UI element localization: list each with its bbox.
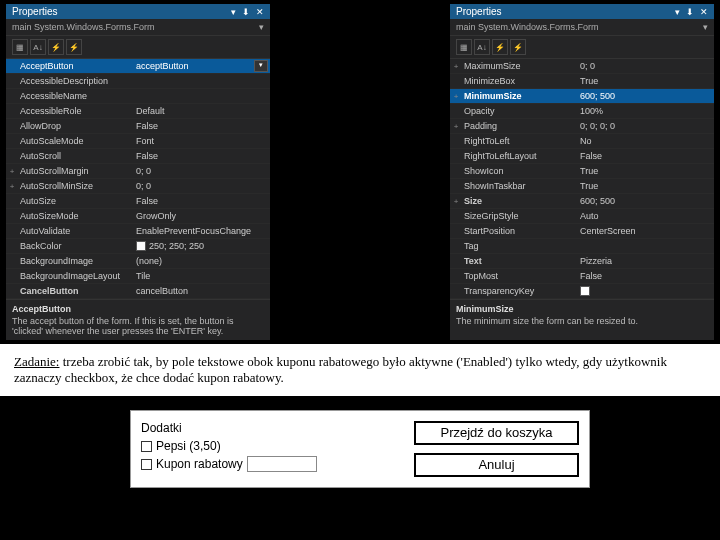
property-row[interactable]: AccessibleDescription (6, 74, 270, 89)
expand-icon[interactable]: + (450, 92, 462, 101)
property-value[interactable]: True (580, 76, 714, 86)
object-name: main System.Windows.Forms.Form (12, 22, 155, 32)
pin-icon[interactable]: ⬇ (242, 7, 250, 17)
object-selector[interactable]: main System.Windows.Forms.Form ▾ (6, 19, 270, 36)
property-row[interactable]: ShowInTaskbarTrue (450, 179, 714, 194)
close-icon[interactable]: ✕ (700, 7, 708, 17)
expand-icon[interactable]: + (450, 197, 462, 206)
property-value[interactable]: No (580, 136, 714, 146)
checkbox-coupon[interactable] (141, 459, 152, 470)
property-row[interactable]: AutoSizeFalse (6, 194, 270, 209)
categorized-icon[interactable]: ▦ (12, 39, 28, 55)
property-value[interactable] (580, 286, 714, 296)
property-value[interactable]: False (136, 151, 270, 161)
property-row[interactable]: Opacity100% (450, 104, 714, 119)
dropdown-icon[interactable]: ▾ (254, 60, 268, 72)
property-value[interactable]: 0; 0; 0; 0 (580, 121, 714, 131)
property-row[interactable]: AcceptButtonacceptButton▾ (6, 59, 270, 74)
property-row[interactable]: SizeGripStyleAuto (450, 209, 714, 224)
property-row[interactable]: TransparencyKey (450, 284, 714, 299)
property-name: TopMost (462, 271, 580, 281)
property-value[interactable]: CenterScreen (580, 226, 714, 236)
property-value[interactable]: cancelButton (136, 286, 270, 296)
property-value[interactable]: 250; 250; 250 (136, 241, 270, 251)
property-row[interactable]: +AutoScrollMargin0; 0 (6, 164, 270, 179)
property-row[interactable]: AutoScaleModeFont (6, 134, 270, 149)
property-row[interactable]: TopMostFalse (450, 269, 714, 284)
property-row[interactable]: RightToLeftLayoutFalse (450, 149, 714, 164)
property-value[interactable]: EnablePreventFocusChange (136, 226, 270, 236)
property-row[interactable]: +Padding0; 0; 0; 0 (450, 119, 714, 134)
properties-icon[interactable]: ⚡ (492, 39, 508, 55)
expand-icon[interactable]: + (6, 167, 18, 176)
cancel-button[interactable]: Anuluj (414, 453, 579, 477)
object-selector[interactable]: main System.Windows.Forms.Form ▾ (450, 19, 714, 36)
property-value[interactable]: 0; 0 (136, 181, 270, 191)
property-value[interactable]: 600; 500 (580, 196, 714, 206)
categorized-icon[interactable]: ▦ (456, 39, 472, 55)
checkbox-pepsi[interactable] (141, 441, 152, 452)
property-row[interactable]: +MaximumSize0; 0 (450, 59, 714, 74)
property-value[interactable]: Font (136, 136, 270, 146)
property-row[interactable]: +MinimumSize600; 500 (450, 89, 714, 104)
expand-icon[interactable]: + (450, 122, 462, 131)
property-row[interactable]: AutoScrollFalse (6, 149, 270, 164)
property-value[interactable]: 0; 0 (136, 166, 270, 176)
property-value[interactable]: True (580, 166, 714, 176)
properties-icon[interactable]: ⚡ (48, 39, 64, 55)
checkbox-label: Pepsi (3,50) (156, 439, 221, 453)
property-row[interactable]: Tag (450, 239, 714, 254)
property-value[interactable]: False (580, 271, 714, 281)
property-value[interactable]: (none) (136, 256, 270, 266)
property-name: RightToLeft (462, 136, 580, 146)
property-value[interactable]: Tile (136, 271, 270, 281)
property-row[interactable]: AllowDropFalse (6, 119, 270, 134)
dropdown-icon[interactable]: ▾ (675, 7, 680, 17)
alphabetical-icon[interactable]: A↓ (30, 39, 46, 55)
property-row[interactable]: BackColor250; 250; 250 (6, 239, 270, 254)
task-description: Zadanie: trzeba zrobić tak, by pole teks… (0, 344, 720, 396)
alphabetical-icon[interactable]: A↓ (474, 39, 490, 55)
property-row[interactable]: +Size600; 500 (450, 194, 714, 209)
pin-icon[interactable]: ⬇ (686, 7, 694, 17)
property-row[interactable]: AutoSizeModeGrowOnly (6, 209, 270, 224)
dropdown-icon[interactable]: ▾ (231, 7, 236, 17)
property-row[interactable]: +AutoScrollMinSize0; 0 (6, 179, 270, 194)
coupon-input[interactable] (247, 456, 317, 472)
property-value[interactable]: Pizzeria (580, 256, 714, 266)
property-row[interactable]: ShowIconTrue (450, 164, 714, 179)
property-value[interactable]: True (580, 181, 714, 191)
property-name: BackgroundImageLayout (18, 271, 136, 281)
property-name: BackgroundImage (18, 256, 136, 266)
property-name: AutoSizeMode (18, 211, 136, 221)
property-value[interactable]: 100% (580, 106, 714, 116)
events-icon[interactable]: ⚡ (66, 39, 82, 55)
property-value[interactable]: 0; 0 (580, 61, 714, 71)
property-row[interactable]: BackgroundImage(none) (6, 254, 270, 269)
property-row[interactable]: AutoValidateEnablePreventFocusChange (6, 224, 270, 239)
go-to-cart-button[interactable]: Przejdź do koszyka (414, 421, 579, 445)
close-icon[interactable]: ✕ (256, 7, 264, 17)
property-value[interactable]: False (580, 151, 714, 161)
property-row[interactable]: BackgroundImageLayoutTile (6, 269, 270, 284)
property-value[interactable]: 600; 500 (580, 91, 714, 101)
property-row[interactable]: CancelButtoncancelButton (6, 284, 270, 299)
property-value[interactable]: GrowOnly (136, 211, 270, 221)
chevron-down-icon: ▾ (703, 22, 708, 32)
expand-icon[interactable]: + (450, 62, 462, 71)
property-row[interactable]: TextPizzeria (450, 254, 714, 269)
expand-icon[interactable]: + (6, 182, 18, 191)
panel-title: Properties (12, 6, 58, 17)
property-row[interactable]: AccessibleRoleDefault (6, 104, 270, 119)
property-grid: +MaximumSize0; 0MinimizeBoxTrue+MinimumS… (450, 59, 714, 299)
property-value[interactable]: False (136, 121, 270, 131)
property-row[interactable]: AccessibleName (6, 89, 270, 104)
property-value[interactable]: acceptButton (136, 61, 254, 71)
property-row[interactable]: RightToLeftNo (450, 134, 714, 149)
property-value[interactable]: False (136, 196, 270, 206)
property-row[interactable]: MinimizeBoxTrue (450, 74, 714, 89)
property-row[interactable]: StartPositionCenterScreen (450, 224, 714, 239)
events-icon[interactable]: ⚡ (510, 39, 526, 55)
property-value[interactable]: Default (136, 106, 270, 116)
property-value[interactable]: Auto (580, 211, 714, 221)
